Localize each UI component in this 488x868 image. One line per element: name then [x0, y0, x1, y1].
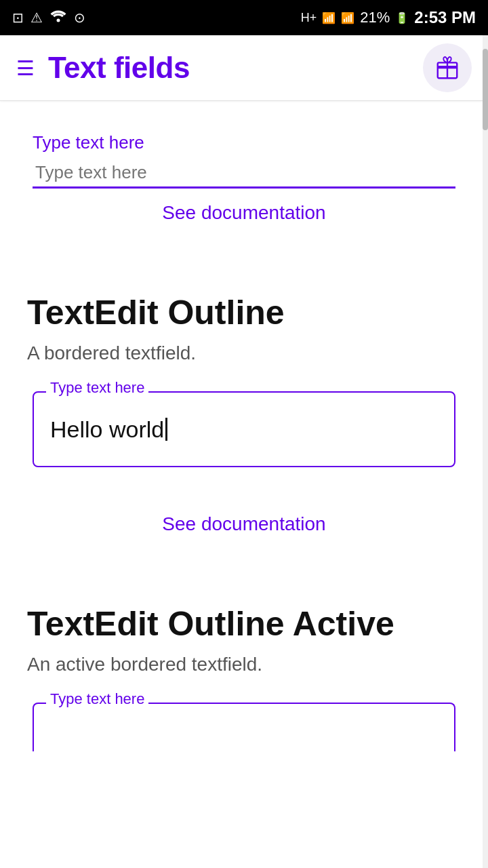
partial-outlined-wrapper: Type text here — [33, 703, 455, 751]
outline-section: TextEdit Outline A bordered textfield. T… — [0, 273, 488, 540]
outline-active-section-description: An active bordered textfield. — [27, 654, 461, 675]
outline-active-section: TextEdit Outline Active An active border… — [0, 584, 488, 751]
network-icon: H+ — [301, 11, 317, 25]
menu-icon[interactable]: ☰ — [16, 56, 35, 80]
partial-outlined-input[interactable] — [33, 703, 455, 751]
section-gap-3 — [0, 562, 488, 584]
cast-status-icon: ⊙ — [74, 9, 85, 26]
section-gap-2 — [0, 540, 488, 562]
underline-field-wrapper: Type text here — [33, 125, 455, 189]
content-area: Type text here See documentation TextEdi… — [0, 101, 488, 751]
signal-icon: 📶 — [341, 12, 354, 24]
outlined-field-label: Type text here — [46, 379, 148, 397]
scrollbar-thumb[interactable] — [483, 49, 488, 130]
battery-icon: 🔋 — [395, 12, 409, 24]
gift-button[interactable] — [423, 43, 472, 92]
outlined-field-wrapper: Type text here Hello world — [33, 391, 455, 467]
outlined-input-value: Hello world — [50, 416, 164, 443]
status-bar-right: H+ 📶 📶 21% 🔋 2:53 PM — [301, 8, 476, 27]
image-status-icon: ⊡ — [12, 9, 24, 26]
partial-outlined-label: Type text here — [46, 690, 148, 708]
see-documentation-button[interactable]: See documentation — [33, 189, 455, 229]
underline-text-input[interactable] — [33, 159, 455, 189]
app-bar-left: ☰ Text fields — [16, 51, 190, 85]
top-field-section: Type text here See documentation — [0, 101, 488, 251]
text-cursor — [165, 418, 167, 441]
svg-point-0 — [57, 18, 60, 22]
section-gap-1 — [0, 251, 488, 273]
wifi-status-icon — [49, 9, 67, 26]
outline-see-documentation-button[interactable]: See documentation — [27, 500, 461, 540]
outlined-input-display[interactable]: Hello world — [33, 391, 455, 467]
page-title: Text fields — [48, 51, 190, 85]
underline-field-label: Type text here — [33, 132, 455, 153]
time-display: 2:53 PM — [414, 8, 476, 27]
outline-active-section-title: TextEdit Outline Active — [27, 606, 461, 643]
status-bar-left: ⊡ ⚠ ⊙ — [12, 9, 85, 26]
scrollbar-track — [483, 35, 488, 868]
phone-icon: 📶 — [322, 12, 336, 24]
outline-section-description: A bordered textfield. — [27, 342, 461, 364]
app-bar: ☰ Text fields — [0, 35, 488, 100]
gift-icon — [434, 55, 460, 81]
status-bar: ⊡ ⚠ ⊙ H+ 📶 📶 21% 🔋 2:53 PM — [0, 0, 488, 35]
warning-status-icon: ⚠ — [30, 9, 43, 26]
battery-percent: 21% — [360, 9, 390, 26]
outline-section-title: TextEdit Outline — [27, 294, 461, 332]
